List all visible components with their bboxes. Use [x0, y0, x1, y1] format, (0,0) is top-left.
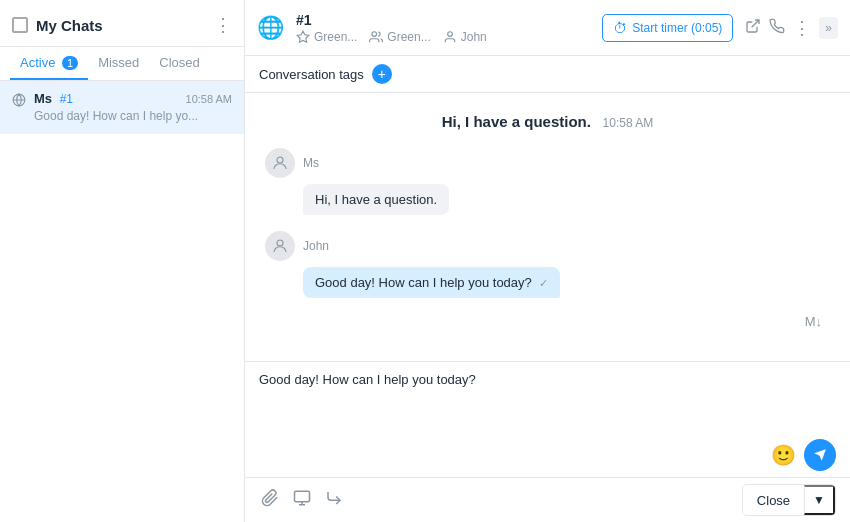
sidebar-more-icon[interactable]: ⋮	[214, 14, 232, 36]
close-button[interactable]: Close	[743, 487, 804, 514]
message-input[interactable]	[259, 372, 836, 432]
header-actions: ⋮ »	[745, 17, 838, 39]
template-icon[interactable]	[323, 487, 345, 514]
svg-point-6	[277, 240, 283, 246]
bottom-bar: Close ▼	[245, 477, 850, 522]
header-tag3: John	[443, 30, 487, 44]
bottom-tools	[259, 487, 345, 514]
sidebar-title-label: My Chats	[36, 17, 103, 34]
header-chat-id: #1	[296, 12, 487, 28]
check-icon: ✓	[539, 277, 548, 289]
more-icon[interactable]: ⋮	[793, 17, 811, 39]
svg-point-3	[447, 31, 452, 36]
header-tag1: Green...	[296, 30, 357, 44]
svg-point-2	[372, 31, 377, 36]
chat-item-time: 10:58 AM	[186, 93, 232, 105]
active-badge: 1	[62, 56, 78, 70]
svg-point-5	[277, 157, 283, 163]
chat-list: Ms #1 10:58 AM Good day! How can I help …	[0, 81, 244, 522]
sender-row-ms: Ms	[265, 148, 830, 178]
tab-missed[interactable]: Missed	[88, 47, 149, 80]
tab-closed[interactable]: Closed	[149, 47, 209, 80]
sender-name-ms: Ms	[303, 156, 319, 170]
send-button[interactable]	[804, 439, 836, 471]
expand-icon[interactable]: »	[819, 17, 838, 39]
message-header-group: Hi, I have a question. 10:58 AM	[265, 113, 830, 130]
sender-row-john: John	[265, 231, 830, 261]
header-globe-icon: 🌐	[257, 15, 284, 41]
chat-item-top: Ms #1 10:58 AM	[34, 91, 232, 106]
sidebar-header: My Chats ⋮	[0, 0, 244, 47]
chat-item-id: #1	[60, 92, 73, 106]
signature-icon[interactable]	[291, 487, 313, 514]
checkbox-icon[interactable]	[12, 17, 28, 33]
chat-item-globe-icon	[12, 93, 26, 110]
sidebar-title: My Chats	[12, 17, 103, 34]
input-toolbar: 🙂	[259, 439, 836, 471]
sender-name-john: John	[303, 239, 329, 253]
message-group-john: John Good day! How can I help you today?…	[265, 231, 830, 298]
svg-marker-1	[297, 31, 309, 42]
conversation-tags-bar: Conversation tags +	[245, 56, 850, 93]
chat-item-main: Ms #1 10:58 AM Good day! How can I help …	[34, 91, 232, 123]
bubble-ms-1: Hi, I have a question.	[303, 184, 449, 215]
chat-item[interactable]: Ms #1 10:58 AM Good day! How can I help …	[0, 81, 244, 134]
close-button-group: Close ▼	[742, 484, 836, 516]
emoji-button[interactable]: 🙂	[771, 443, 796, 467]
first-message-time: 10:58 AM	[603, 116, 654, 130]
avatar-john	[265, 231, 295, 261]
attachment-icon[interactable]	[259, 487, 281, 514]
bubble-row-john: Good day! How can I help you today? ✓	[265, 267, 830, 298]
bubble-john-1: Good day! How can I help you today? ✓	[303, 267, 560, 298]
input-area: 🙂	[245, 361, 850, 477]
chat-header: 🌐 #1 Green... Green... John ⏱	[245, 0, 850, 56]
chat-item-name: Ms	[34, 91, 52, 106]
chat-item-name-row: Ms #1	[34, 91, 73, 106]
message-group-ms: Ms Hi, I have a question.	[265, 148, 830, 215]
header-tag2: Green...	[369, 30, 430, 44]
start-timer-label: Start timer (0:05)	[632, 21, 722, 35]
conv-tags-label: Conversation tags	[259, 67, 364, 82]
timer-icon: ⏱	[613, 20, 627, 36]
phone-icon[interactable]	[769, 18, 785, 38]
svg-line-4	[752, 20, 759, 27]
tab-active[interactable]: Active 1	[10, 47, 88, 80]
input-tools-right: 🙂	[771, 439, 836, 471]
sidebar: My Chats ⋮ Active 1 Missed Closed Ms #1	[0, 0, 245, 522]
add-tag-button[interactable]: +	[372, 64, 392, 84]
markdown-hint: M↓	[265, 314, 830, 329]
svg-rect-7	[295, 491, 310, 502]
avatar-ms	[265, 148, 295, 178]
sidebar-tabs: Active 1 Missed Closed	[0, 47, 244, 81]
share-icon[interactable]	[745, 18, 761, 38]
chat-item-preview: Good day! How can I help yo...	[34, 109, 232, 123]
first-message-title: Hi, I have a question.	[442, 113, 591, 130]
bubble-row-ms: Hi, I have a question.	[265, 184, 830, 215]
main-panel: 🌐 #1 Green... Green... John ⏱	[245, 0, 850, 522]
start-timer-button[interactable]: ⏱ Start timer (0:05)	[602, 14, 733, 42]
messages-area[interactable]: Hi, I have a question. 10:58 AM Ms Hi, I…	[245, 93, 850, 361]
close-dropdown-arrow[interactable]: ▼	[804, 485, 835, 515]
